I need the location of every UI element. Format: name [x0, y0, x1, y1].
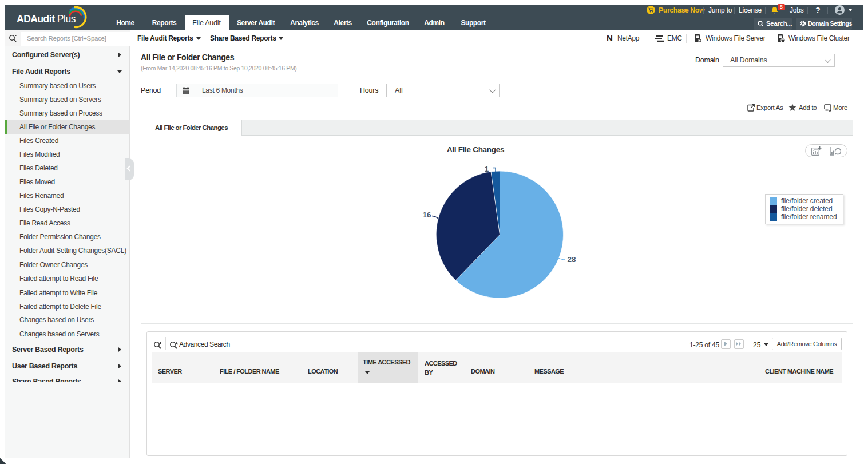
svg-text:1: 1: [485, 165, 489, 173]
svg-text:16: 16: [422, 211, 431, 219]
svg-text:28: 28: [567, 255, 576, 264]
